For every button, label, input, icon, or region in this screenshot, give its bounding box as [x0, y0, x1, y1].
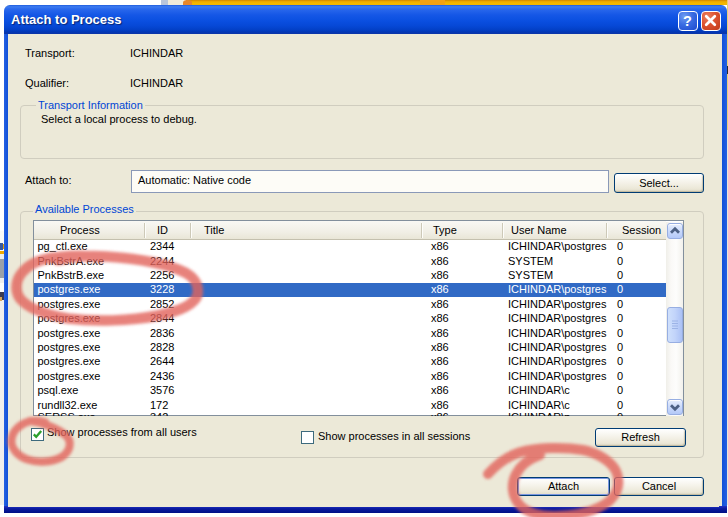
svg-text:?: ?: [683, 13, 692, 29]
